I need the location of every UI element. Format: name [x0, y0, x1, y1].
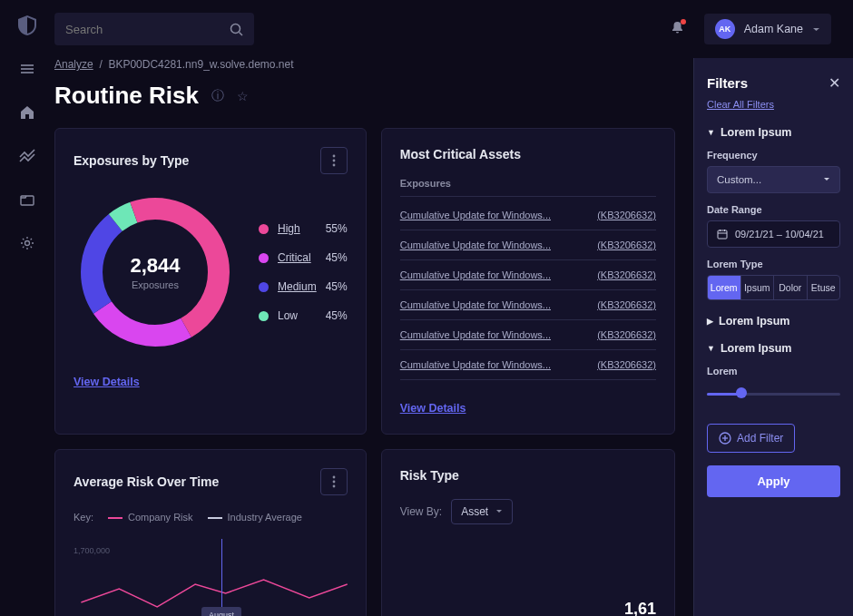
clear-filters-link[interactable]: Clear All Filters: [707, 99, 774, 110]
topbar: AK Adam Kane: [54, 0, 853, 58]
segment-option[interactable]: Lorem: [708, 276, 741, 299]
user-menu[interactable]: AK Adam Kane: [704, 14, 831, 44]
legend-label[interactable]: High: [278, 222, 317, 235]
apply-button[interactable]: Apply: [707, 465, 840, 497]
legend-item[interactable]: Critical 45%: [259, 251, 348, 264]
chart-tooltip: August 890: [201, 607, 241, 616]
risk-type-card: Risk Type View By: Asset 1,61 -15.6: [381, 449, 675, 616]
close-icon[interactable]: ✕: [828, 74, 840, 92]
viewby-select[interactable]: Asset: [451, 499, 513, 524]
view-details-link[interactable]: View Details: [400, 402, 466, 415]
filter-section-toggle[interactable]: ▶Lorem Ipsum: [707, 315, 840, 328]
legend-value: 55%: [326, 222, 348, 235]
star-icon[interactable]: ☆: [237, 89, 249, 103]
svg-rect-18: [718, 230, 727, 239]
table-row[interactable]: Cumulative Update for Windows...(KB32066…: [400, 320, 656, 350]
legend-label[interactable]: Medium: [278, 280, 317, 293]
legend-value: 45%: [326, 251, 348, 264]
chevron-down-icon: [495, 508, 503, 515]
legend-value: 45%: [326, 280, 348, 293]
notifications-icon[interactable]: [671, 21, 684, 38]
menu-icon[interactable]: [18, 60, 36, 78]
table-row[interactable]: Cumulative Update for Windows...(KB32066…: [400, 200, 656, 230]
chart-key: Key: Company Risk Industry Average: [74, 512, 348, 523]
filters-title: Filters: [707, 75, 748, 91]
filter-section-toggle[interactable]: ▼Lorem Ipsum: [707, 126, 840, 139]
legend-dot: [259, 311, 269, 321]
table-row[interactable]: Cumulative Update for Windows...(KB32066…: [400, 350, 656, 380]
frequency-select[interactable]: Custom...: [707, 166, 840, 193]
segment-option[interactable]: Etuse: [808, 276, 840, 299]
viewby-label: View By:: [400, 505, 442, 518]
svg-point-9: [332, 164, 335, 167]
legend-dot: [259, 224, 269, 234]
legend-value: 45%: [326, 309, 348, 322]
card-title: Average Risk Over Time: [74, 474, 219, 489]
folder-icon[interactable]: [18, 191, 36, 209]
home-icon[interactable]: [18, 103, 36, 122]
slider[interactable]: [707, 384, 840, 402]
legend: High 55% Critical 45%: [259, 222, 348, 322]
breadcrumb-root[interactable]: Analyze: [54, 58, 93, 71]
chart-marker: [221, 539, 222, 616]
card-title: Risk Type: [400, 468, 459, 483]
card-menu-button[interactable]: [320, 468, 348, 495]
card-title: Exposures by Type: [74, 153, 189, 168]
legend-label[interactable]: Critical: [278, 251, 317, 264]
svg-point-4: [25, 241, 30, 246]
field-label: Lorem Type: [707, 259, 840, 269]
legend-dot: [259, 253, 269, 263]
card-menu-button[interactable]: [320, 147, 348, 174]
slider-thumb[interactable]: [736, 387, 747, 398]
search-icon: [230, 23, 243, 36]
add-filter-button[interactable]: Add Filter: [707, 424, 795, 453]
svg-point-7: [332, 155, 335, 158]
calendar-icon: [717, 229, 728, 240]
analytics-icon[interactable]: [18, 147, 36, 165]
table-row[interactable]: Cumulative Update for Windows...(KB32066…: [400, 230, 656, 260]
field-label: Date Range: [707, 204, 840, 215]
page-title: Routine Risk: [54, 82, 199, 110]
svg-point-5: [231, 24, 240, 33]
username: Adam Kane: [744, 23, 803, 35]
svg-line-6: [240, 32, 243, 35]
date-range-input[interactable]: 09/21/21 – 10/04/21: [707, 220, 840, 248]
legend-label[interactable]: Low: [278, 309, 317, 322]
search-field[interactable]: [65, 23, 230, 36]
table-row[interactable]: Cumulative Update for Windows...(KB32066…: [400, 290, 656, 320]
gear-icon[interactable]: [18, 234, 36, 252]
legend-item[interactable]: Medium 45%: [259, 280, 348, 293]
legend-item[interactable]: Low 45%: [259, 309, 348, 322]
chevron-down-icon: [823, 176, 830, 183]
svg-point-17: [332, 485, 335, 488]
exposures-card: Exposures by Type: [54, 128, 367, 435]
breadcrumb: Analyze / BKP00DC4281.nn9_w.solve.demo.n…: [54, 58, 675, 82]
svg-point-16: [332, 481, 335, 484]
y-tick: 1,700,000: [74, 546, 110, 555]
segment-option[interactable]: Dolor: [774, 276, 808, 299]
metric-value: 1,61: [624, 600, 656, 616]
field-label: Lorem: [707, 366, 840, 376]
table-row[interactable]: Cumulative Update for Windows...(KB32066…: [400, 260, 656, 290]
shield-logo-icon: [18, 16, 36, 34]
filters-panel: Filters ✕ Clear All Filters ▼Lorem Ipsum…: [693, 58, 853, 616]
avg-risk-card: Average Risk Over Time Key: Company Risk…: [54, 449, 367, 616]
plus-circle-icon: [719, 432, 731, 445]
legend-dot: [259, 282, 269, 292]
search-input[interactable]: [54, 13, 254, 45]
card-title: Most Critical Assets: [400, 147, 521, 161]
svg-point-8: [332, 160, 335, 162]
donut-label: Exposures: [132, 279, 179, 290]
filter-section-toggle[interactable]: ▼Lorem Ipsum: [707, 342, 840, 355]
info-icon[interactable]: ⓘ: [211, 88, 224, 104]
legend-item[interactable]: High 55%: [259, 222, 348, 235]
segment-control: Lorem Ipsum Dolor Etuse: [707, 275, 840, 300]
segment-option[interactable]: Ipsum: [741, 276, 775, 299]
breadcrumb-item: BKP00DC4281.nn9_w.solve.demo.net: [108, 58, 293, 71]
chevron-down-icon: [812, 25, 820, 34]
svg-point-15: [332, 476, 335, 479]
nav-rail: [0, 0, 54, 616]
line-chart: 1,700,000 August 890: [74, 539, 348, 616]
view-details-link[interactable]: View Details: [74, 376, 140, 388]
donut-chart: 2,844 Exposures: [74, 191, 237, 354]
